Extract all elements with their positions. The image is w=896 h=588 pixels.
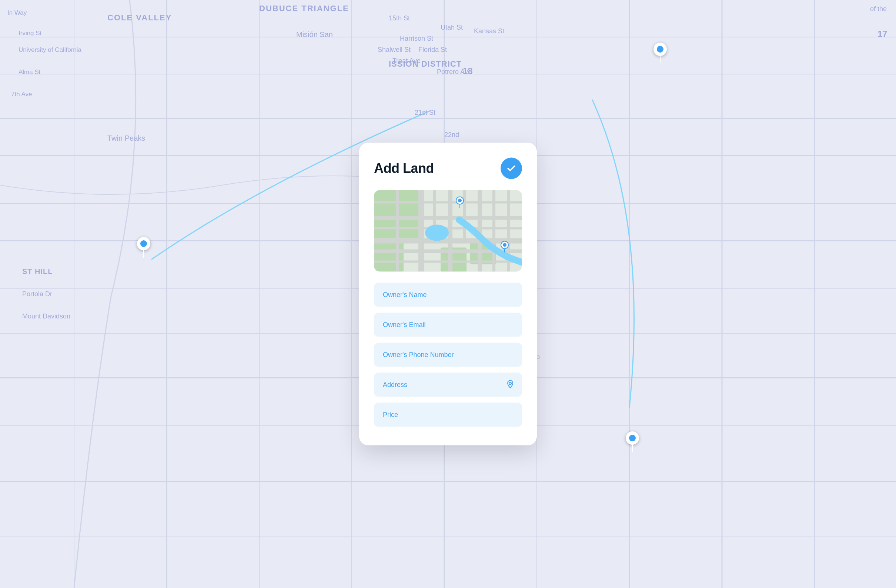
svg-text:Florida St: Florida St [418, 46, 447, 53]
svg-rect-84 [374, 227, 522, 230]
svg-text:Irving St: Irving St [18, 30, 42, 37]
svg-text:7th Ave: 7th Ave [11, 91, 32, 98]
modal-header: Add Land [374, 158, 522, 179]
svg-text:University of California: University of California [18, 46, 82, 53]
svg-text:COLE VALLEY: COLE VALLEY [107, 13, 172, 22]
form-fields [374, 283, 522, 427]
svg-text:of the: of the [870, 5, 887, 12]
map-pin-1 [137, 237, 150, 258]
svg-text:ST HILL: ST HILL [22, 267, 53, 276]
confirm-button[interactable] [501, 158, 522, 179]
svg-text:18: 18 [463, 66, 473, 76]
svg-rect-85 [374, 260, 522, 263]
price-input[interactable] [374, 403, 522, 427]
svg-point-88 [458, 199, 462, 203]
svg-text:Utah St: Utah St [440, 24, 463, 31]
svg-text:17: 17 [878, 29, 887, 39]
svg-text:Misión San: Misión San [296, 30, 333, 38]
svg-text:Shalwell St: Shalwell St [378, 46, 411, 53]
svg-text:Harrison St: Harrison St [400, 35, 433, 42]
svg-text:DUBUCE TRIANGLE: DUBUCE TRIANGLE [259, 4, 349, 13]
owners-name-input[interactable] [374, 283, 522, 307]
check-icon [506, 164, 516, 173]
svg-rect-80 [463, 190, 466, 238]
svg-text:Kansas St: Kansas St [474, 27, 504, 35]
svg-text:In Way: In Way [8, 9, 27, 16]
svg-text:Portola Dr: Portola Dr [22, 290, 52, 298]
svg-rect-83 [374, 201, 522, 204]
mini-map [374, 190, 522, 272]
svg-text:Treat Ave: Treat Ave [392, 57, 421, 64]
add-land-modal: Add Land [359, 143, 537, 445]
svg-text:22nd: 22nd [444, 131, 459, 139]
svg-text:Twin Peaks: Twin Peaks [107, 134, 145, 142]
address-field-wrapper [374, 373, 522, 397]
svg-text:21st St: 21st St [414, 109, 436, 116]
svg-text:Alma St: Alma St [18, 69, 41, 76]
owners-phone-input[interactable] [374, 343, 522, 367]
address-input[interactable] [374, 373, 522, 397]
modal-title: Add Land [374, 161, 434, 176]
map-pin-2 [654, 43, 667, 63]
svg-text:Mount Davidson: Mount Davidson [22, 312, 70, 320]
map-pin-3 [626, 431, 639, 452]
svg-point-86 [425, 225, 449, 241]
owners-email-input[interactable] [374, 313, 522, 337]
svg-point-91 [503, 243, 506, 247]
svg-text:15th St: 15th St [389, 14, 410, 22]
